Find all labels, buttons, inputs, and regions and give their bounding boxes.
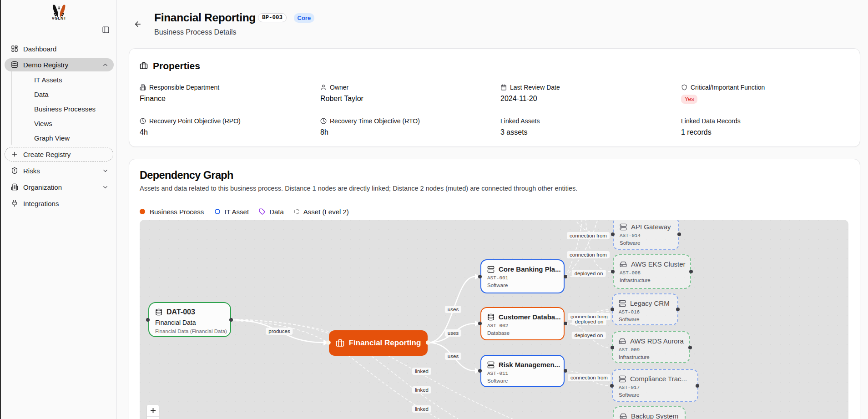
svg-text:VGLNT: VGLNT [52,16,66,20]
